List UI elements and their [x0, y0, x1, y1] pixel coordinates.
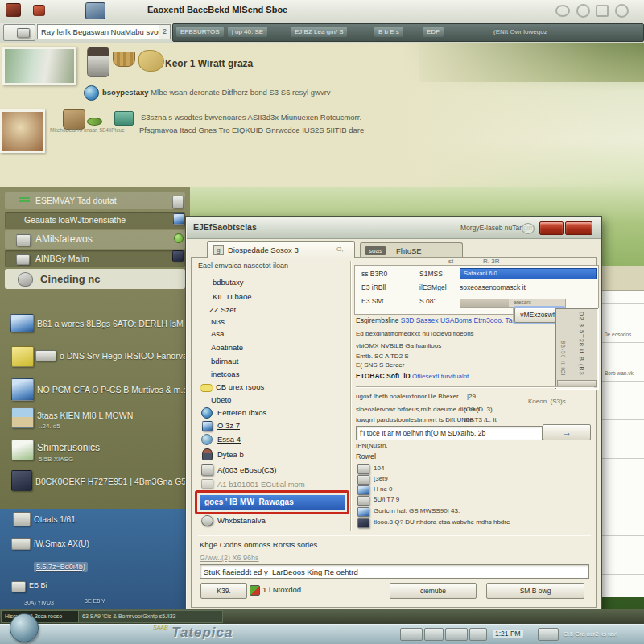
list-item-7[interactable]: bdirnaut [211, 357, 238, 365]
list-item-1[interactable]: bdbutaxy [213, 278, 244, 287]
highlight-pill-icon [200, 384, 213, 392]
list-item-12[interactable]: O 3z 7 [217, 421, 240, 430]
list-item-18[interactable]: Whxbstanalva [217, 516, 266, 525]
row-1-value[interactable]: Sataxani 6.0 [460, 268, 597, 279]
toolbar-button-3[interactable]: EJ BZ Lea gm/ S [291, 27, 347, 37]
feature-1-label[interactable]: B61 a wores 8LBgs 6ATO: DERLH IsM [37, 319, 184, 328]
toolbar-right-text: (ENft Owr lowegoz [493, 28, 547, 35]
task-button-2[interactable]: 63 SA9 'Cis & BomrvoorGxntp s5JI33 [78, 610, 223, 623]
list-item-15[interactable]: A(003 eBoso(C3) [217, 465, 276, 474]
refresh-icon[interactable] [555, 5, 570, 17]
footer-gray-link[interactable]: G/ww..(2) X6 96hs [200, 554, 259, 562]
list-item-16[interactable]: A1 b101001 EGutial mom [217, 480, 305, 489]
list-item-10[interactable]: Ubeto [211, 395, 231, 404]
bold-line-link[interactable]: OfiiesextLturvitualnt [412, 373, 469, 380]
selected-list-item[interactable]: goes ' IB MW_Rawagas [195, 490, 349, 514]
close-window-icon[interactable] [615, 4, 629, 18]
group-item-5[interactable]: Gortcrn hal. GS MWSS90I 43. [374, 507, 460, 514]
thumbnail-photo-1[interactable] [2, 47, 76, 85]
menu-item-3[interactable]: AMilsfatewos [5, 230, 185, 249]
desktop-link[interactable]: 5.5.7z=Bd0i4b) [34, 562, 88, 572]
desktop-item-1[interactable]: Otaats 1/61 [34, 515, 76, 524]
feature-4-label[interactable]: 3taas KIEN MI8 L MOWN [37, 411, 133, 420]
document-icon[interactable] [172, 196, 184, 208]
list-item-9[interactable]: CB urex rsoos [216, 382, 264, 391]
list-item-2[interactable]: KIL TLbaoe [213, 292, 252, 301]
restore-window-icon[interactable] [596, 5, 609, 17]
group-item-1[interactable]: 104 [374, 464, 384, 472]
search-input[interactable] [356, 426, 543, 440]
list-item-13[interactable]: Essa 4 [217, 435, 241, 444]
dialog-titlebar[interactable]: EJEfSaobtsclas MorgyE-laseb nuTangim [187, 217, 601, 239]
feature-6-label[interactable]: B0CK0OEKF H727E951 | 4Bm3Gna G5 [35, 477, 186, 486]
toolbar-button-4[interactable]: B b E s [374, 27, 403, 37]
list-item-5[interactable]: Asa [211, 329, 224, 338]
toolbar-button-5[interactable]: EDF [423, 27, 444, 37]
dialog-minimize-button[interactable] [539, 221, 564, 235]
cancel-button[interactable]: ciemube [390, 583, 477, 599]
group-item-2[interactable]: [3et9 [374, 475, 388, 482]
tab-inactive-label: FhtoSE [396, 246, 422, 255]
straw-icon [138, 50, 164, 72]
dialog-help-icon[interactable] [522, 223, 535, 234]
feature-5-label[interactable]: Shimcrusonics [37, 442, 100, 453]
side-window: 0e ecsodos. Borb wan.vk [601, 266, 644, 597]
window-icon[interactable] [13, 512, 31, 526]
minimize-window-icon[interactable] [576, 4, 590, 18]
app-window-icon[interactable] [11, 440, 34, 460]
feature-2-label[interactable]: o DNS Srv Hego IRSIOO Fanorvan. [60, 351, 194, 361]
toolbar-button-2[interactable]: j op 40. SE [228, 27, 267, 37]
tab-inactive[interactable]: soas FhtoSE [360, 242, 463, 258]
group-item-4[interactable]: 5U/i T7 9 [374, 496, 399, 503]
side-scroll-panel[interactable]: D2 3 5T28 it B (B3 B3-50 it ICI [555, 308, 599, 390]
ok-button[interactable]: K39. [200, 583, 247, 599]
go-button[interactable]: → [543, 424, 591, 440]
yellow-box-icon[interactable] [11, 346, 34, 367]
layers-icon[interactable] [11, 538, 31, 550]
thumbnail-photo-2[interactable] [0, 109, 45, 153]
tray-icon-5[interactable] [538, 628, 559, 641]
menu-item-1[interactable]: ESEMVAY Tad doutat [5, 192, 185, 209]
window-blue-icon[interactable] [11, 378, 34, 401]
list-item-3[interactable]: ZZ Szet [209, 305, 236, 314]
favorite-icon[interactable] [33, 5, 45, 16]
list-item-8[interactable]: inetcoas [211, 369, 239, 378]
tray-icon-2[interactable] [424, 628, 444, 641]
app-icon[interactable] [6, 3, 21, 17]
detail-link-line[interactable]: Esgirembsline S3D Sassex USABoms Etrn3oo… [356, 316, 534, 324]
back-button[interactable] [3, 24, 35, 41]
tab-active[interactable]: g Diospedade Sosox 3 O, [207, 241, 355, 258]
menu-item-4[interactable]: AINBGy Malm [5, 250, 185, 267]
start-globe-icon[interactable] [10, 613, 39, 642]
list-item-11[interactable]: Eetteren Ibxos [217, 408, 266, 417]
menu-item-2[interactable]: Geauats loaWJtonensiathe [5, 212, 185, 229]
group-item-3[interactable]: H ne 0 [374, 485, 393, 493]
desktop-small-item[interactable]: EB Bi [29, 581, 47, 589]
desktop-item-2[interactable]: iW.Smax AX(U) [34, 539, 89, 548]
toolbar-button-1[interactable]: EFBSURTOS [176, 27, 224, 37]
list-item-6[interactable]: Aoatinate [211, 343, 243, 352]
list-item-14[interactable]: Dytea b [217, 450, 244, 459]
address-input[interactable] [37, 24, 164, 39]
globe-small-icon [201, 407, 213, 419]
tray-icon-4[interactable] [469, 628, 487, 641]
browser-icon[interactable] [85, 2, 105, 19]
mail-icon[interactable] [172, 250, 184, 262]
feature-3-label[interactable]: NO PCM GFA O P-CS B Murtivos & m.s [37, 385, 188, 394]
cd-icon[interactable] [11, 581, 26, 592]
footer-field[interactable] [200, 564, 589, 579]
menu-item-5[interactable]: Cineding nc [5, 269, 185, 289]
info-icon[interactable] [173, 213, 184, 225]
display-icon[interactable] [10, 314, 34, 332]
group-item-6[interactable]: tlooo.8 Q? DU rthdora ctsa wabvhe mdhs h… [374, 518, 510, 526]
group-label: Rowel [356, 452, 376, 460]
address-badge[interactable]: 2 [159, 24, 171, 39]
info-row-2-label: sioeoalervowr brfoeus,rnib daeume dio oa… [356, 406, 479, 413]
list-item-4[interactable]: N3s [211, 317, 225, 326]
photo-icon[interactable] [11, 407, 34, 428]
tray-icon-1[interactable] [400, 628, 423, 641]
dialog-close-button[interactable] [565, 221, 592, 235]
tray-icon-3[interactable] [445, 628, 468, 641]
apply-button[interactable]: SM B owg [486, 583, 584, 599]
tool-dark-icon[interactable] [11, 470, 32, 491]
